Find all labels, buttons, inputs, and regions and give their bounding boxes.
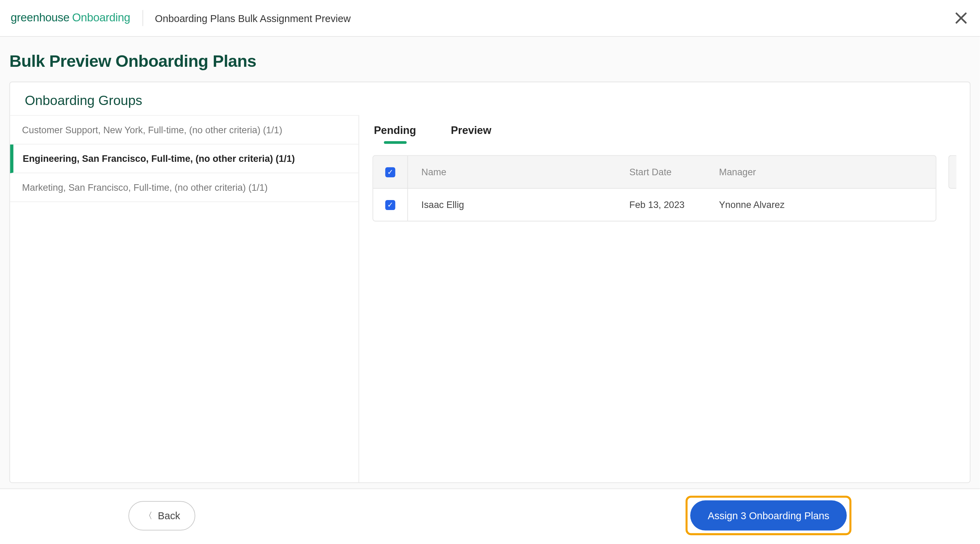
close-button[interactable] xyxy=(953,10,969,26)
tab-label: Preview xyxy=(451,124,492,136)
sidebar-item-label: Customer Support, New York, Full-time, (… xyxy=(22,124,282,135)
chevron-left-icon: 〈 xyxy=(144,509,153,522)
cell-start-date: Feb 13, 2023 xyxy=(623,189,712,221)
sidebar-item-marketing[interactable]: Marketing, San Francisco, Full-time, (no… xyxy=(10,173,358,202)
breadcrumb: Onboarding Plans Bulk Assignment Preview xyxy=(155,13,351,24)
header-manager: Manager xyxy=(712,156,935,188)
page-body: Bulk Preview Onboarding Plans Onboarding… xyxy=(0,37,980,488)
cell-manager: Ynonne Alvarez xyxy=(712,189,935,221)
panel-title: Onboarding Groups xyxy=(10,82,970,115)
sidebar-item-label: Engineering, San Francisco, Full-time, (… xyxy=(23,153,295,164)
sidebar-item-label: Marketing, San Francisco, Full-time, (no… xyxy=(22,182,268,192)
onboarding-groups-panel: Onboarding Groups Customer Support, New … xyxy=(9,81,970,483)
back-label: Back xyxy=(158,510,180,521)
overflow-table-peek xyxy=(948,155,956,189)
assign-highlight: Assign 3 Onboarding Plans xyxy=(686,496,851,535)
tab-preview[interactable]: Preview xyxy=(451,124,492,143)
detail-pane: Pending Preview Name xyxy=(359,115,970,482)
footer-bar: 〈 Back Assign 3 Onboarding Plans xyxy=(0,488,980,542)
tabs: Pending Preview xyxy=(372,124,956,143)
groups-sidebar: Customer Support, New York, Full-time, (… xyxy=(10,115,359,482)
logo-secondary: Onboarding xyxy=(72,11,130,25)
header-start-date: Start Date xyxy=(623,156,712,188)
people-table: Name Start Date Manager Isaac Ellig Feb … xyxy=(372,155,936,221)
tab-pending[interactable]: Pending xyxy=(374,124,416,143)
divider xyxy=(142,10,143,26)
tab-label: Pending xyxy=(374,124,416,136)
app-logo: greenhouse Onboarding xyxy=(11,11,130,25)
back-button[interactable]: 〈 Back xyxy=(128,501,196,530)
row-checkbox[interactable] xyxy=(373,189,408,221)
top-bar: greenhouse Onboarding Onboarding Plans B… xyxy=(0,0,980,37)
assign-onboarding-plans-button[interactable]: Assign 3 Onboarding Plans xyxy=(690,500,847,530)
table-row[interactable]: Isaac Ellig Feb 13, 2023 Ynonne Alvarez xyxy=(373,189,935,221)
sidebar-item-engineering[interactable]: Engineering, San Francisco, Full-time, (… xyxy=(10,145,358,173)
table-wrap: Name Start Date Manager Isaac Ellig Feb … xyxy=(372,155,956,221)
logo-primary: greenhouse xyxy=(11,11,70,25)
header-name: Name xyxy=(408,156,623,188)
sidebar-item-customer-support[interactable]: Customer Support, New York, Full-time, (… xyxy=(10,115,358,144)
checkbox-icon xyxy=(385,200,395,210)
panel-content: Customer Support, New York, Full-time, (… xyxy=(10,115,970,482)
cell-name: Isaac Ellig xyxy=(408,189,623,221)
checkbox-icon xyxy=(385,167,395,177)
table-header: Name Start Date Manager xyxy=(373,156,935,189)
header-select-all[interactable] xyxy=(373,156,408,188)
page-title: Bulk Preview Onboarding Plans xyxy=(9,37,970,81)
close-icon xyxy=(953,10,969,26)
